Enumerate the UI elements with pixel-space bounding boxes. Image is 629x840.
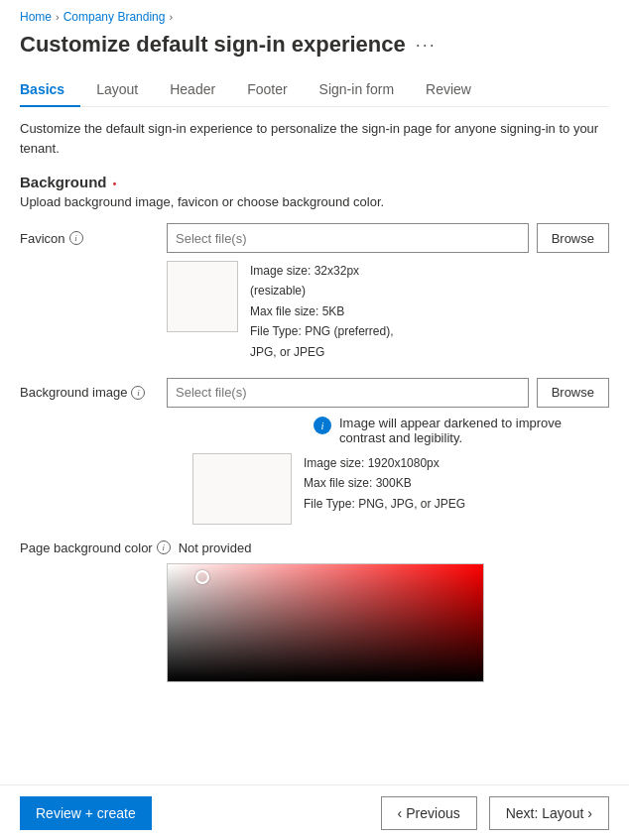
tab-layout[interactable]: Layout [80, 73, 154, 107]
previous-button[interactable]: ‹ Previous [381, 796, 477, 830]
breadcrumb-chevron-2: › [169, 11, 173, 23]
page-background-color-row: Page background color i Not provided [20, 540, 609, 555]
breadcrumb: Home › Company Branding › [20, 10, 609, 24]
page-background-color-value: Not provided [179, 540, 252, 555]
chevron-right-icon: › [587, 805, 592, 821]
page-background-color-info-icon[interactable]: i [157, 540, 171, 554]
tab-footer[interactable]: Footer [231, 73, 303, 107]
background-image-info-icon[interactable]: i [131, 386, 145, 400]
background-image-preview [192, 453, 292, 525]
favicon-browse-button[interactable]: Browse [537, 223, 609, 253]
page-description: Customize the default sign-in experience… [20, 119, 609, 158]
tab-review[interactable]: Review [410, 73, 487, 107]
chevron-left-icon: ‹ [398, 805, 403, 821]
favicon-meta: Image size: 32x32px (resizable) Max file… [250, 261, 394, 362]
more-options-icon[interactable]: ··· [416, 35, 437, 56]
review-create-button[interactable]: Review + create [20, 796, 152, 830]
tab-signin-form[interactable]: Sign-in form [304, 73, 410, 107]
favicon-preview [167, 261, 238, 332]
background-image-field-row: Background image i Browse [20, 378, 609, 408]
tabs-nav: Basics Layout Header Footer Sign-in form… [20, 73, 609, 107]
info-banner-icon: i [314, 417, 331, 434]
favicon-field-row: Favicon i Browse [20, 223, 609, 253]
favicon-info-icon[interactable]: i [69, 231, 83, 245]
color-picker[interactable] [167, 563, 484, 682]
page-background-color-label: Page background color i [20, 540, 171, 555]
breadcrumb-company-branding[interactable]: Company Branding [63, 10, 166, 24]
background-image-label: Background image i [20, 385, 159, 400]
bottom-bar: Review + create ‹ Previous Next: Layout … [0, 784, 629, 840]
color-gradient[interactable] [168, 564, 483, 681]
tab-basics[interactable]: Basics [20, 73, 80, 107]
background-image-browse-button[interactable]: Browse [537, 378, 609, 408]
page-background-color-section: Page background color i Not provided [20, 540, 609, 682]
background-section-title: Background • [20, 174, 609, 190]
required-dot: • [113, 179, 117, 189]
background-section: Background • Upload background image, fa… [20, 174, 609, 682]
background-image-info-box: i Image will appear darkened to improve … [167, 416, 609, 525]
background-image-file-input[interactable] [167, 378, 529, 408]
next-button[interactable]: Next: Layout › [489, 796, 609, 830]
favicon-label: Favicon i [20, 231, 159, 246]
page-title-row: Customize default sign-in experience ··· [20, 32, 609, 58]
background-section-subtext: Upload background image, favicon or choo… [20, 194, 609, 209]
color-picker-thumb[interactable] [195, 570, 209, 584]
tab-header[interactable]: Header [154, 73, 231, 107]
favicon-file-input[interactable] [167, 223, 529, 253]
favicon-image-info: Image size: 32x32px (resizable) Max file… [167, 261, 609, 362]
background-image-meta: Image size: 1920x1080px Max file size: 3… [304, 453, 465, 525]
page-title: Customize default sign-in experience [20, 32, 406, 58]
breadcrumb-home[interactable]: Home [20, 10, 52, 24]
info-banner: i Image will appear darkened to improve … [314, 416, 609, 445]
breadcrumb-chevron-1: › [56, 11, 60, 23]
